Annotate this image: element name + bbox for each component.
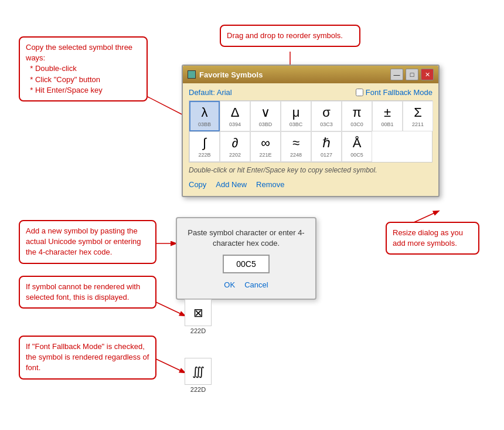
- symbol-char: π: [352, 105, 361, 120]
- symbol-char: ∂: [232, 136, 239, 151]
- remove-action[interactable]: Remove: [256, 180, 284, 189]
- symbol-missing-code: 222D: [190, 327, 206, 334]
- symbol-cell[interactable]: Å00C5: [342, 131, 372, 162]
- symbol-cell[interactable]: π03C0: [342, 101, 372, 131]
- default-font-label: Default: Arial: [189, 88, 232, 97]
- callout-fallback-mode-text: If "Font Fallback Mode" is checked, the …: [26, 342, 149, 372]
- symbol-code: 00C5: [350, 152, 363, 158]
- font-fallback-label: Font Fallback Mode: [366, 88, 433, 97]
- favorite-symbols-dialog: Favorite Symbols — □ ✕ Default: Arial Fo…: [182, 65, 440, 197]
- symbol-grid: λ03BBΔ0394∨03BDμ03BCσ03C3π03C0±00B1Σ2211…: [189, 100, 433, 162]
- callout-fallback-missing-text: If symbol cannot be rendered with select…: [26, 282, 140, 302]
- dialog-toolbar: Default: Arial Font Fallback Mode: [189, 88, 433, 97]
- symbol-cell[interactable]: ∞221E: [250, 131, 281, 162]
- callout-resize: Resize dialog as you add more symbols.: [386, 222, 479, 255]
- symbol-cell[interactable]: ∫222B: [189, 131, 220, 162]
- symbol-fallback-box: ∭: [185, 358, 212, 385]
- symbol-char: ≈: [292, 136, 299, 151]
- symbol-cell[interactable]: λ03BB: [189, 101, 220, 131]
- symbol-char: Δ: [231, 105, 240, 120]
- copy-action[interactable]: Copy: [189, 180, 206, 189]
- dialog-body: Default: Arial Font Fallback Mode λ03BBΔ…: [183, 83, 438, 196]
- symbol-code: 03BC: [290, 121, 303, 127]
- hex-input[interactable]: [223, 255, 270, 273]
- symbol-code: 03C3: [320, 121, 333, 127]
- callout-drag-drop-text: Drag and drop to reorder symbols.: [227, 31, 343, 40]
- dialog-titlebar: Favorite Symbols — □ ✕: [183, 66, 438, 83]
- maximize-button[interactable]: □: [406, 69, 418, 80]
- symbol-char: Å: [353, 136, 362, 151]
- symbol-cell[interactable]: ∨03BD: [250, 101, 281, 131]
- symbol-char: ℏ: [322, 136, 331, 151]
- symbol-code: 2248: [290, 152, 302, 158]
- symbol-fallback-demo: ∭ 222D: [185, 358, 212, 393]
- subdialog-text: Paste symbol character or enter 4-charac…: [186, 228, 306, 249]
- dialog-controls: — □ ✕: [390, 69, 434, 80]
- svg-line-4: [154, 301, 185, 316]
- symbol-cell[interactable]: μ03BC: [281, 101, 311, 131]
- ok-button[interactable]: OK: [224, 280, 235, 289]
- callout-copy: Copy the selected symbol three ways: * D…: [19, 36, 148, 101]
- symbol-char: ∨: [261, 105, 270, 120]
- symbol-missing-demo: ⊠ 222D: [185, 299, 212, 334]
- symbol-code: 221E: [259, 152, 271, 158]
- add-new-subdialog: Paste symbol character or enter 4-charac…: [176, 217, 316, 300]
- dialog-hint: Double-click or hit Enter/Space key to c…: [189, 166, 433, 174]
- symbol-code: 2202: [229, 152, 241, 158]
- svg-line-5: [154, 358, 185, 373]
- symbol-code: 03C0: [350, 121, 363, 127]
- dialog-icon: [188, 70, 196, 79]
- subdialog-buttons: OK Cancel: [186, 280, 306, 289]
- close-button[interactable]: ✕: [421, 69, 434, 80]
- font-fallback-checkbox[interactable]: [356, 89, 363, 96]
- callout-add-new: Add a new symbol by pasting the actual U…: [19, 220, 156, 264]
- symbol-char: λ: [202, 105, 208, 120]
- symbol-cell[interactable]: ∂2202: [220, 131, 250, 162]
- symbol-code: 222B: [198, 152, 210, 158]
- symbol-cell[interactable]: Σ2211: [403, 101, 433, 131]
- callout-resize-text: Resize dialog as you add more symbols.: [393, 228, 463, 248]
- symbol-cell[interactable]: Δ0394: [220, 101, 250, 131]
- symbol-missing-char: ⊠: [193, 306, 203, 320]
- font-fallback-option: Font Fallback Mode: [356, 88, 433, 97]
- symbol-code: 03BD: [259, 121, 273, 127]
- symbol-code: 0394: [229, 121, 241, 127]
- add-new-action[interactable]: Add New: [216, 180, 247, 189]
- symbol-code: 0127: [321, 152, 332, 158]
- cancel-button[interactable]: Cancel: [244, 280, 268, 289]
- symbol-char: ∫: [203, 136, 206, 151]
- dialog-actions: Copy Add New Remove: [189, 178, 433, 191]
- symbol-char: σ: [322, 105, 331, 120]
- symbol-code: 03BB: [198, 121, 211, 127]
- symbol-char: ∞: [261, 136, 270, 151]
- symbol-code: 2211: [412, 121, 424, 127]
- callout-fallback-missing: If symbol cannot be rendered with select…: [19, 276, 156, 309]
- dialog-title-left: Favorite Symbols: [188, 70, 263, 79]
- symbol-cell[interactable]: ℏ0127: [311, 131, 342, 162]
- callout-add-new-text: Add a new symbol by pasting the actual U…: [26, 226, 141, 256]
- symbol-cell[interactable]: ±00B1: [372, 101, 403, 131]
- callout-copy-text: Copy the selected symbol three ways: * D…: [26, 43, 132, 94]
- symbol-fallback-code: 222D: [190, 386, 206, 393]
- symbol-fallback-char: ∭: [192, 364, 205, 378]
- symbol-char: ±: [384, 105, 391, 120]
- callout-drag-drop: Drag and drop to reorder symbols.: [220, 25, 360, 47]
- default-font-value: Arial: [217, 88, 232, 97]
- callout-fallback-mode: If "Font Fallback Mode" is checked, the …: [19, 336, 156, 380]
- symbol-cell[interactable]: σ03C3: [311, 101, 342, 131]
- minimize-button[interactable]: —: [390, 69, 403, 80]
- symbol-char: Σ: [414, 105, 422, 120]
- symbol-cell[interactable]: ≈2248: [281, 131, 311, 162]
- dialog-title: Favorite Symbols: [199, 70, 263, 79]
- symbol-code: 00B1: [381, 121, 393, 127]
- symbol-missing-box: ⊠: [185, 299, 212, 326]
- symbol-char: μ: [292, 105, 300, 120]
